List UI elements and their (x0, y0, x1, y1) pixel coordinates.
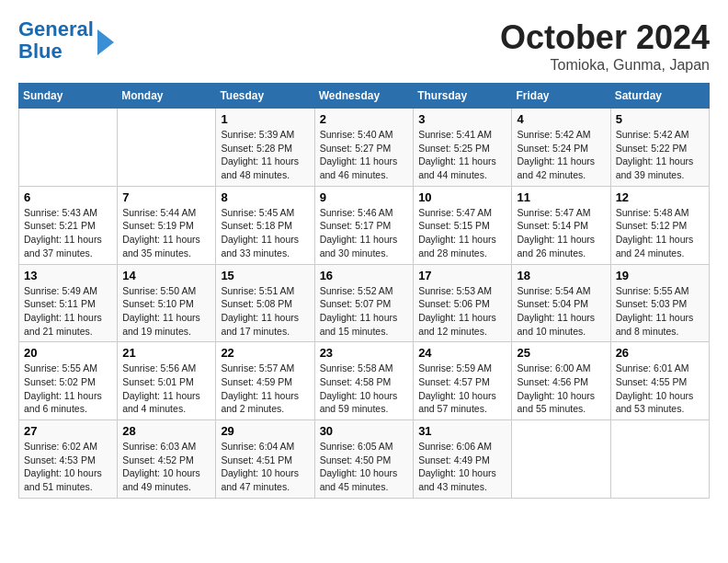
day-number: 25 (517, 346, 605, 360)
day-number: 21 (122, 346, 210, 360)
weekday-header-saturday: Saturday (610, 84, 709, 109)
calendar-cell: 5Sunrise: 5:42 AM Sunset: 5:22 PM Daylig… (610, 109, 709, 187)
day-number: 26 (616, 346, 704, 360)
day-info: Sunrise: 5:47 AM Sunset: 5:15 PM Dayligh… (418, 206, 506, 260)
day-number: 22 (221, 346, 309, 360)
day-number: 18 (517, 269, 605, 282)
day-info: Sunrise: 5:56 AM Sunset: 5:01 PM Dayligh… (122, 362, 210, 416)
calendar-cell: 13Sunrise: 5:49 AM Sunset: 5:11 PM Dayli… (19, 264, 118, 342)
day-number: 23 (320, 346, 409, 360)
day-info: Sunrise: 5:55 AM Sunset: 5:03 PM Dayligh… (616, 284, 704, 339)
calendar-cell: 10Sunrise: 5:47 AM Sunset: 5:15 PM Dayli… (414, 186, 512, 264)
calendar-week-row: 1Sunrise: 5:39 AM Sunset: 5:28 PM Daylig… (19, 109, 710, 187)
page-header: General Blue October 2024 Tomioka, Gunma… (18, 18, 710, 74)
calendar-cell: 29Sunrise: 6:04 AM Sunset: 4:51 PM Dayli… (216, 420, 314, 499)
day-number: 29 (221, 424, 309, 438)
calendar-cell: 1Sunrise: 5:39 AM Sunset: 5:28 PM Daylig… (216, 109, 314, 187)
calendar-cell: 31Sunrise: 6:06 AM Sunset: 4:49 PM Dayli… (414, 420, 512, 499)
calendar-cell: 9Sunrise: 5:46 AM Sunset: 5:17 PM Daylig… (314, 186, 414, 264)
day-number: 1 (221, 112, 309, 126)
weekday-header-sunday: Sunday (19, 84, 118, 109)
calendar-table: SundayMondayTuesdayWednesdayThursdayFrid… (18, 83, 710, 499)
day-number: 5 (616, 112, 704, 126)
calendar-cell: 18Sunrise: 5:54 AM Sunset: 5:04 PM Dayli… (512, 264, 610, 342)
day-number: 9 (320, 190, 409, 204)
calendar-cell: 14Sunrise: 5:50 AM Sunset: 5:10 PM Dayli… (118, 264, 216, 342)
day-number: 12 (616, 190, 704, 204)
calendar-cell: 11Sunrise: 5:47 AM Sunset: 5:14 PM Dayli… (512, 186, 610, 264)
day-info: Sunrise: 5:49 AM Sunset: 5:11 PM Dayligh… (24, 284, 112, 339)
weekday-header-wednesday: Wednesday (314, 84, 414, 109)
day-info: Sunrise: 6:04 AM Sunset: 4:51 PM Dayligh… (221, 440, 309, 494)
day-info: Sunrise: 5:44 AM Sunset: 5:19 PM Dayligh… (122, 206, 210, 260)
day-number: 13 (24, 269, 112, 282)
day-info: Sunrise: 5:46 AM Sunset: 5:17 PM Dayligh… (320, 206, 409, 260)
day-info: Sunrise: 6:06 AM Sunset: 4:49 PM Dayligh… (418, 440, 506, 494)
day-number: 6 (24, 190, 112, 204)
calendar-cell: 7Sunrise: 5:44 AM Sunset: 5:19 PM Daylig… (118, 186, 216, 264)
day-number: 16 (320, 269, 409, 282)
day-info: Sunrise: 5:45 AM Sunset: 5:18 PM Dayligh… (221, 206, 309, 260)
calendar-cell: 6Sunrise: 5:43 AM Sunset: 5:21 PM Daylig… (19, 186, 118, 264)
day-number: 19 (616, 269, 704, 282)
calendar-cell: 27Sunrise: 6:02 AM Sunset: 4:53 PM Dayli… (19, 420, 118, 499)
day-info: Sunrise: 5:43 AM Sunset: 5:21 PM Dayligh… (24, 206, 112, 260)
calendar-cell (610, 420, 709, 499)
calendar-cell: 23Sunrise: 5:58 AM Sunset: 4:58 PM Dayli… (314, 342, 414, 420)
day-number: 31 (418, 424, 506, 438)
calendar-week-row: 13Sunrise: 5:49 AM Sunset: 5:11 PM Dayli… (19, 264, 710, 342)
logo: General Blue (18, 18, 114, 63)
day-number: 30 (320, 424, 409, 438)
day-info: Sunrise: 5:42 AM Sunset: 5:24 PM Dayligh… (517, 128, 605, 182)
calendar-week-row: 27Sunrise: 6:02 AM Sunset: 4:53 PM Dayli… (19, 420, 710, 499)
calendar-cell: 19Sunrise: 5:55 AM Sunset: 5:03 PM Dayli… (610, 264, 709, 342)
day-info: Sunrise: 5:51 AM Sunset: 5:08 PM Dayligh… (221, 284, 309, 339)
day-number: 28 (122, 424, 210, 438)
day-info: Sunrise: 5:47 AM Sunset: 5:14 PM Dayligh… (517, 206, 605, 260)
day-number: 2 (320, 112, 409, 126)
calendar-week-row: 20Sunrise: 5:55 AM Sunset: 5:02 PM Dayli… (19, 342, 710, 420)
calendar-cell: 4Sunrise: 5:42 AM Sunset: 5:24 PM Daylig… (512, 109, 610, 187)
page-subtitle: Tomioka, Gunma, Japan (500, 57, 710, 74)
page-title: October 2024 (500, 18, 710, 57)
calendar-cell: 28Sunrise: 6:03 AM Sunset: 4:52 PM Dayli… (118, 420, 216, 499)
day-number: 8 (221, 190, 309, 204)
day-info: Sunrise: 5:55 AM Sunset: 5:02 PM Dayligh… (24, 362, 112, 416)
calendar-cell (512, 420, 610, 499)
day-info: Sunrise: 5:54 AM Sunset: 5:04 PM Dayligh… (517, 284, 605, 339)
day-number: 17 (418, 269, 506, 282)
day-info: Sunrise: 5:48 AM Sunset: 5:12 PM Dayligh… (616, 206, 704, 260)
logo-text: General Blue (18, 18, 94, 63)
calendar-cell: 3Sunrise: 5:41 AM Sunset: 5:25 PM Daylig… (414, 109, 512, 187)
day-info: Sunrise: 5:50 AM Sunset: 5:10 PM Dayligh… (122, 284, 210, 339)
calendar-cell: 12Sunrise: 5:48 AM Sunset: 5:12 PM Dayli… (610, 186, 709, 264)
weekday-header-tuesday: Tuesday (216, 84, 314, 109)
day-number: 11 (517, 190, 605, 204)
calendar-week-row: 6Sunrise: 5:43 AM Sunset: 5:21 PM Daylig… (19, 186, 710, 264)
day-info: Sunrise: 5:42 AM Sunset: 5:22 PM Dayligh… (616, 128, 704, 182)
day-number: 20 (24, 346, 112, 360)
day-info: Sunrise: 5:52 AM Sunset: 5:07 PM Dayligh… (320, 284, 409, 339)
calendar-cell: 2Sunrise: 5:40 AM Sunset: 5:27 PM Daylig… (314, 109, 414, 187)
logo-arrow-icon (97, 29, 114, 55)
day-info: Sunrise: 5:53 AM Sunset: 5:06 PM Dayligh… (418, 284, 506, 339)
day-number: 27 (24, 424, 112, 438)
day-number: 14 (122, 269, 210, 282)
calendar-cell: 17Sunrise: 5:53 AM Sunset: 5:06 PM Dayli… (414, 264, 512, 342)
day-number: 3 (418, 112, 506, 126)
calendar-cell (19, 109, 118, 187)
calendar-cell: 22Sunrise: 5:57 AM Sunset: 4:59 PM Dayli… (216, 342, 314, 420)
day-info: Sunrise: 6:00 AM Sunset: 4:56 PM Dayligh… (517, 362, 605, 416)
calendar-cell: 20Sunrise: 5:55 AM Sunset: 5:02 PM Dayli… (19, 342, 118, 420)
weekday-header-friday: Friday (512, 84, 610, 109)
weekday-header-thursday: Thursday (414, 84, 512, 109)
weekday-header-monday: Monday (118, 84, 216, 109)
day-info: Sunrise: 5:58 AM Sunset: 4:58 PM Dayligh… (320, 362, 409, 416)
day-info: Sunrise: 5:41 AM Sunset: 5:25 PM Dayligh… (418, 128, 506, 182)
day-info: Sunrise: 6:05 AM Sunset: 4:50 PM Dayligh… (320, 440, 409, 494)
day-number: 7 (122, 190, 210, 204)
day-info: Sunrise: 5:59 AM Sunset: 4:57 PM Dayligh… (418, 362, 506, 416)
calendar-cell: 15Sunrise: 5:51 AM Sunset: 5:08 PM Dayli… (216, 264, 314, 342)
day-info: Sunrise: 6:02 AM Sunset: 4:53 PM Dayligh… (24, 440, 112, 494)
day-number: 15 (221, 269, 309, 282)
